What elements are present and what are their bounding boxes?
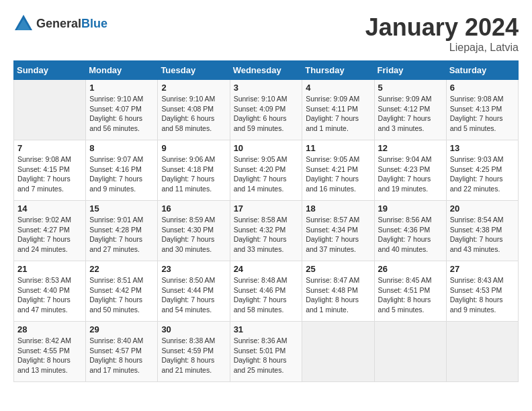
day-info: Sunrise: 8:48 AMSunset: 4:46 PMDaylight:… [234,275,299,315]
calendar-cell [446,322,518,382]
day-number: 1 [89,83,154,93]
day-info: Sunrise: 8:50 AMSunset: 4:44 PMDaylight:… [161,275,226,315]
day-info: Sunrise: 9:07 AMSunset: 4:16 PMDaylight:… [89,154,154,194]
calendar-cell [374,322,446,382]
day-info: Sunrise: 8:42 AMSunset: 4:55 PMDaylight:… [17,336,82,375]
calendar-cell: 29Sunrise: 8:40 AMSunset: 4:57 PMDayligh… [86,322,158,382]
day-info: Sunrise: 8:56 AMSunset: 4:36 PMDaylight:… [378,215,443,255]
day-number: 26 [378,264,443,274]
day-number: 24 [234,264,299,274]
day-number: 11 [306,143,370,153]
day-info: Sunrise: 8:51 AMSunset: 4:42 PMDaylight:… [89,275,154,315]
day-number: 7 [17,143,82,153]
day-info: Sunrise: 9:10 AMSunset: 4:08 PMDaylight:… [161,94,226,134]
calendar-cell: 12Sunrise: 9:04 AMSunset: 4:23 PMDayligh… [374,140,446,201]
calendar-cell: 21Sunrise: 8:53 AMSunset: 4:40 PMDayligh… [14,261,86,322]
calendar-cell [302,322,374,382]
day-number: 29 [89,324,154,334]
day-number: 13 [450,143,515,153]
day-info: Sunrise: 8:38 AMSunset: 4:59 PMDaylight:… [161,336,226,375]
calendar-cell: 19Sunrise: 8:56 AMSunset: 4:36 PMDayligh… [374,201,446,261]
day-info: Sunrise: 8:53 AMSunset: 4:40 PMDaylight:… [17,275,82,315]
calendar-header-row: SundayMondayTuesdayWednesdayThursdayFrid… [14,61,519,80]
calendar-week-row: 1Sunrise: 9:10 AMSunset: 4:07 PMDaylight… [14,80,519,140]
day-number: 16 [161,203,226,214]
day-info: Sunrise: 9:05 AMSunset: 4:21 PMDaylight:… [306,154,370,194]
day-number: 4 [306,83,370,93]
calendar-cell: 18Sunrise: 8:57 AMSunset: 4:34 PMDayligh… [302,201,374,261]
day-info: Sunrise: 9:10 AMSunset: 4:07 PMDaylight:… [89,94,154,134]
weekday-header-friday: Friday [374,61,446,80]
calendar-cell: 9Sunrise: 9:06 AMSunset: 4:18 PMDaylight… [158,140,230,201]
day-info: Sunrise: 8:36 AMSunset: 5:01 PMDaylight:… [234,336,299,375]
day-info: Sunrise: 9:01 AMSunset: 4:28 PMDaylight:… [89,215,154,255]
day-number: 3 [234,83,299,93]
weekday-header-tuesday: Tuesday [158,61,230,80]
calendar-cell [14,80,86,140]
day-number: 8 [89,143,154,153]
day-info: Sunrise: 8:40 AMSunset: 4:57 PMDaylight:… [89,336,154,375]
day-info: Sunrise: 9:08 AMSunset: 4:13 PMDaylight:… [450,94,515,134]
calendar-cell: 10Sunrise: 9:05 AMSunset: 4:20 PMDayligh… [230,140,302,201]
logo: GeneralBlue [13,13,107,34]
calendar-cell: 27Sunrise: 8:43 AMSunset: 4:53 PMDayligh… [446,261,518,322]
calendar-cell: 4Sunrise: 9:09 AMSunset: 4:11 PMDaylight… [302,80,374,140]
day-info: Sunrise: 8:58 AMSunset: 4:32 PMDaylight:… [234,215,299,255]
calendar-cell: 11Sunrise: 9:05 AMSunset: 4:21 PMDayligh… [302,140,374,201]
calendar-cell: 3Sunrise: 9:10 AMSunset: 4:09 PMDaylight… [230,80,302,140]
day-number: 20 [450,203,515,214]
day-info: Sunrise: 8:59 AMSunset: 4:30 PMDaylight:… [161,215,226,255]
day-number: 31 [234,324,299,334]
day-info: Sunrise: 9:09 AMSunset: 4:11 PMDaylight:… [306,94,370,134]
calendar-week-row: 28Sunrise: 8:42 AMSunset: 4:55 PMDayligh… [14,322,519,382]
day-info: Sunrise: 9:04 AMSunset: 4:23 PMDaylight:… [378,154,443,194]
title-section: January 2024 Liepaja, Latvia [365,13,519,54]
day-info: Sunrise: 9:10 AMSunset: 4:09 PMDaylight:… [234,94,299,134]
calendar-cell: 25Sunrise: 8:47 AMSunset: 4:48 PMDayligh… [302,261,374,322]
calendar-week-row: 21Sunrise: 8:53 AMSunset: 4:40 PMDayligh… [14,261,519,322]
day-info: Sunrise: 9:03 AMSunset: 4:25 PMDaylight:… [450,154,515,194]
location-text: Liepaja, Latvia [365,42,519,54]
page-header: GeneralBlue January 2024 Liepaja, Latvia [13,13,519,54]
day-info: Sunrise: 9:06 AMSunset: 4:18 PMDaylight:… [161,154,226,194]
calendar-cell: 31Sunrise: 8:36 AMSunset: 5:01 PMDayligh… [230,322,302,382]
calendar-cell: 13Sunrise: 9:03 AMSunset: 4:25 PMDayligh… [446,140,518,201]
weekday-header-wednesday: Wednesday [230,61,302,80]
day-number: 12 [378,143,443,153]
calendar-cell: 7Sunrise: 9:08 AMSunset: 4:15 PMDaylight… [14,140,86,201]
day-number: 30 [161,324,226,334]
logo-general-text: General [36,17,81,30]
day-number: 23 [161,264,226,274]
calendar-cell: 1Sunrise: 9:10 AMSunset: 4:07 PMDaylight… [86,80,158,140]
weekday-header-thursday: Thursday [302,61,374,80]
calendar-cell: 24Sunrise: 8:48 AMSunset: 4:46 PMDayligh… [230,261,302,322]
calendar-cell: 22Sunrise: 8:51 AMSunset: 4:42 PMDayligh… [86,261,158,322]
calendar-cell: 15Sunrise: 9:01 AMSunset: 4:28 PMDayligh… [86,201,158,261]
calendar-cell: 8Sunrise: 9:07 AMSunset: 4:16 PMDaylight… [86,140,158,201]
day-number: 9 [161,143,226,153]
weekday-header-sunday: Sunday [14,61,86,80]
calendar-cell: 2Sunrise: 9:10 AMSunset: 4:08 PMDaylight… [158,80,230,140]
day-info: Sunrise: 9:05 AMSunset: 4:20 PMDaylight:… [234,154,299,194]
day-info: Sunrise: 8:54 AMSunset: 4:38 PMDaylight:… [450,215,515,255]
day-number: 21 [17,264,82,274]
day-number: 27 [450,264,515,274]
day-info: Sunrise: 8:47 AMSunset: 4:48 PMDaylight:… [306,275,370,315]
day-number: 10 [234,143,299,153]
logo-blue-text: Blue [81,17,107,30]
calendar-cell: 26Sunrise: 8:45 AMSunset: 4:51 PMDayligh… [374,261,446,322]
day-info: Sunrise: 9:08 AMSunset: 4:15 PMDaylight:… [17,154,82,194]
day-number: 17 [234,203,299,214]
calendar-cell: 17Sunrise: 8:58 AMSunset: 4:32 PMDayligh… [230,201,302,261]
day-number: 6 [450,83,515,93]
calendar-cell: 30Sunrise: 8:38 AMSunset: 4:59 PMDayligh… [158,322,230,382]
day-info: Sunrise: 8:43 AMSunset: 4:53 PMDaylight:… [450,275,515,315]
calendar-cell: 20Sunrise: 8:54 AMSunset: 4:38 PMDayligh… [446,201,518,261]
calendar-cell: 28Sunrise: 8:42 AMSunset: 4:55 PMDayligh… [14,322,86,382]
day-info: Sunrise: 8:57 AMSunset: 4:34 PMDaylight:… [306,215,370,255]
calendar-cell: 6Sunrise: 9:08 AMSunset: 4:13 PMDaylight… [446,80,518,140]
day-number: 28 [17,324,82,334]
calendar-week-row: 14Sunrise: 9:02 AMSunset: 4:27 PMDayligh… [14,201,519,261]
calendar-cell: 16Sunrise: 8:59 AMSunset: 4:30 PMDayligh… [158,201,230,261]
logo-icon [13,13,34,34]
